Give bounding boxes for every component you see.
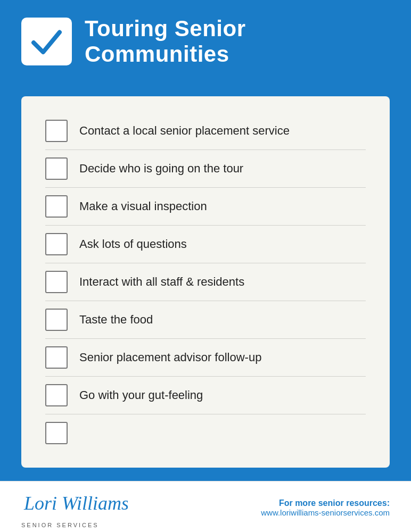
item-text-7: Senior placement advisor follow-up [79, 351, 261, 364]
checkbox-4[interactable] [45, 233, 68, 255]
list-item: Decide who is going on the tour [45, 150, 366, 188]
checkbox-9[interactable] [45, 422, 68, 444]
page-title: Touring Senior Communities [85, 16, 390, 67]
logo-area: Lori Williams SENIOR SERVICES [21, 487, 128, 528]
checkbox-1[interactable] [45, 120, 68, 142]
item-text-2: Decide who is going on the tour [79, 162, 243, 176]
logo-sub: SENIOR SERVICES [21, 522, 99, 528]
list-item [45, 414, 366, 452]
checkmark-box [21, 18, 72, 65]
list-item: Senior placement advisor follow-up [45, 339, 366, 377]
checkbox-7[interactable] [45, 346, 68, 369]
checkbox-8[interactable] [45, 384, 68, 406]
item-text-8: Go with your gut-feeling [79, 388, 203, 402]
checklist-items: Contact a local senior placement service… [45, 112, 366, 452]
item-text-3: Make a visual inspection [79, 200, 207, 213]
checkbox-3[interactable] [45, 195, 68, 218]
header: Touring Senior Communities [0, 0, 411, 86]
footer-tagline: For more senior resources: [261, 498, 390, 508]
list-item: Interact with all staff & residents [45, 263, 366, 301]
checkbox-6[interactable] [45, 309, 68, 331]
item-text-1: Contact a local senior placement service [79, 124, 290, 138]
main-content: Contact a local senior placement service… [0, 86, 411, 481]
footer-url: www.loriwilliams-seniorservices.com [261, 508, 390, 517]
item-text-4: Ask lots of questions [79, 237, 187, 251]
list-item: Taste the food [45, 301, 366, 339]
logo-name: Lori Williams [21, 487, 128, 520]
checkmark-icon [29, 24, 64, 59]
logo-svg: Lori Williams [21, 487, 128, 517]
list-item: Contact a local senior placement service [45, 112, 366, 150]
list-item: Ask lots of questions [45, 226, 366, 263]
item-text-6: Taste the food [79, 313, 153, 327]
checklist-card: Contact a local senior placement service… [21, 96, 390, 468]
list-item: Go with your gut-feeling [45, 377, 366, 414]
footer-right: For more senior resources: www.loriwilli… [261, 498, 390, 517]
svg-text:Lori Williams: Lori Williams [23, 493, 128, 514]
footer: Lori Williams SENIOR SERVICES For more s… [0, 481, 411, 532]
checkbox-5[interactable] [45, 271, 68, 293]
page: Touring Senior Communities Contact a loc… [0, 0, 411, 532]
list-item: Make a visual inspection [45, 188, 366, 226]
item-text-5: Interact with all staff & residents [79, 275, 244, 289]
checkbox-2[interactable] [45, 157, 68, 180]
